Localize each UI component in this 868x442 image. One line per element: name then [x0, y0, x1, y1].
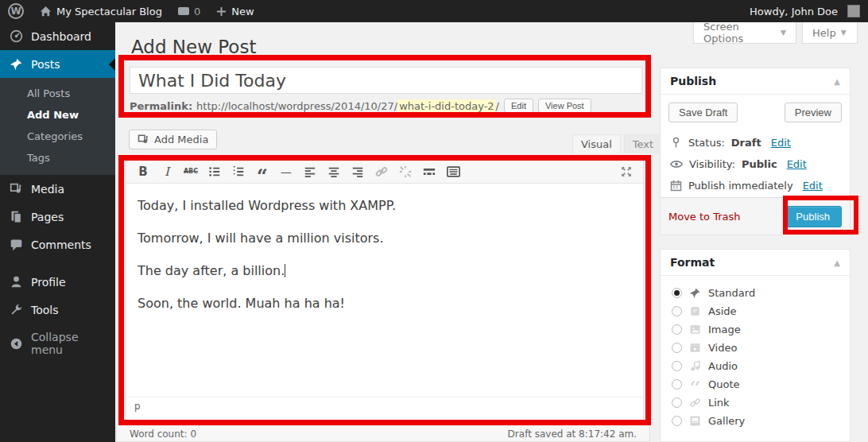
post-title-input[interactable] — [130, 67, 642, 94]
help-button[interactable]: Help ▼ — [802, 22, 858, 44]
format-box-header[interactable]: Format ▲ — [661, 250, 850, 276]
editor-content-area[interactable]: Today, I installed Wordpress with XAMPP.… — [126, 184, 643, 397]
view-post-button[interactable]: View Post — [538, 99, 591, 113]
user-account-menu[interactable]: Howdy, John Doe — [742, 0, 868, 22]
format-option-aside[interactable]: Aside — [668, 302, 842, 320]
format-option-gallery[interactable]: Gallery — [668, 412, 842, 430]
horizontal-rule-button[interactable]: — — [276, 162, 296, 181]
add-media-label: Add Media — [154, 134, 208, 145]
edit-schedule-link[interactable]: Edit — [803, 180, 823, 192]
edit-permalink-button[interactable]: Edit — [504, 99, 533, 113]
format-option-link[interactable]: Link — [668, 394, 842, 412]
schedule-row: Publish immediately Edit — [668, 175, 842, 196]
numbered-list-button[interactable] — [228, 162, 249, 181]
remove-link-button[interactable] — [395, 162, 416, 181]
visibility-row: Visibility: Public Edit — [668, 153, 842, 175]
content-paragraph: The day after, a billion. — [138, 262, 632, 281]
format-option-image[interactable]: Image — [668, 320, 842, 339]
link-icon — [689, 397, 701, 409]
active-menu-arrow — [109, 58, 115, 71]
video-icon — [689, 342, 701, 354]
publish-box-header[interactable]: Publish ▲ — [661, 68, 850, 95]
sidebar-item-media[interactable]: Media — [0, 175, 115, 203]
align-left-button[interactable] — [300, 162, 320, 181]
align-right-button[interactable] — [347, 162, 368, 181]
format-label: Video — [708, 342, 737, 354]
status-row: Status: Draft Edit — [668, 132, 842, 153]
editor-mode-tabs: Visual Text — [569, 134, 662, 153]
new-content-menu[interactable]: New — [208, 0, 262, 22]
sidebar-item-comments[interactable]: Comments — [0, 231, 115, 258]
sidebar-item-label: Dashboard — [31, 30, 91, 43]
submenu-all-posts[interactable]: All Posts — [0, 83, 115, 104]
posts-submenu: All Posts Add New Categories Tags — [0, 78, 115, 175]
sidebar-item-tools[interactable]: Tools — [0, 296, 115, 324]
wrench-icon — [10, 303, 23, 316]
strikethrough-button[interactable]: ABC — [180, 162, 201, 181]
site-name-link[interactable]: My Spectacular Blog — [32, 0, 170, 22]
radio-standard[interactable] — [672, 288, 682, 298]
collapse-toggle-icon[interactable]: ▲ — [834, 258, 840, 267]
format-option-standard[interactable]: Standard — [668, 284, 842, 302]
admin-bar: W My Spectacular Blog 0 New Howdy, John … — [0, 0, 868, 22]
format-option-quote[interactable]: Quote — [668, 375, 842, 394]
collapse-toggle-icon[interactable]: ▲ — [834, 77, 840, 86]
insert-link-button[interactable] — [371, 162, 392, 181]
bold-button[interactable]: B — [133, 162, 153, 181]
publish-button[interactable]: Publish — [784, 206, 842, 227]
screen-options-button[interactable]: Screen Options ▼ — [693, 22, 796, 44]
sidebar-item-pages[interactable]: Pages — [0, 203, 115, 231]
chevron-down-icon: ▼ — [841, 29, 847, 37]
chevron-down-icon: ▼ — [781, 29, 786, 37]
tab-visual[interactable]: Visual — [572, 134, 621, 153]
radio-quote[interactable] — [672, 379, 682, 390]
submenu-tags[interactable]: Tags — [0, 147, 115, 169]
sidebar-item-profile[interactable]: Profile — [0, 268, 115, 296]
format-box-title: Format — [670, 256, 715, 269]
bullet-list-button[interactable] — [204, 162, 225, 181]
blockquote-button[interactable]: “ — [252, 162, 273, 181]
new-label: New — [231, 6, 254, 17]
editor-element-path[interactable]: p — [126, 397, 643, 416]
edit-visibility-link[interactable]: Edit — [787, 158, 807, 170]
preview-button[interactable]: Preview — [785, 103, 842, 122]
radio-gallery[interactable] — [672, 416, 682, 426]
sidebar-item-dashboard[interactable]: Dashboard — [0, 22, 115, 50]
admin-sidebar: Dashboard Posts All Posts Add New Catego… — [0, 22, 115, 442]
eye-icon — [670, 159, 683, 169]
publish-metabox: Publish ▲ Save Draft Preview Status: Dra… — [660, 68, 851, 235]
distraction-free-button[interactable] — [616, 162, 637, 181]
format-option-video[interactable]: Video — [668, 339, 842, 357]
wordpress-logo-menu[interactable]: W — [0, 0, 32, 22]
radio-link[interactable] — [672, 397, 682, 408]
comments-admin-link[interactable]: 0 — [170, 0, 208, 22]
publish-actions-footer: Move to Trash Publish — [661, 197, 850, 235]
comments-icon — [10, 238, 23, 251]
read-more-tag-button[interactable] — [419, 162, 440, 181]
italic-button[interactable]: I — [157, 162, 177, 181]
radio-image[interactable] — [672, 324, 682, 335]
submenu-add-new[interactable]: Add New — [0, 104, 115, 126]
content-paragraph: Today, I installed Wordpress with XAMPP. — [138, 196, 632, 215]
radio-audio[interactable] — [672, 361, 682, 371]
add-media-button[interactable]: Add Media — [129, 130, 217, 149]
gallery-icon — [689, 415, 701, 427]
radio-video[interactable] — [672, 343, 682, 353]
save-draft-button[interactable]: Save Draft — [668, 103, 738, 122]
content-paragraph: Tomorrow, I will have a million visitors… — [138, 229, 632, 248]
submenu-categories[interactable]: Categories — [0, 126, 115, 147]
pages-icon — [10, 210, 23, 223]
toolbar-toggle-button[interactable] — [443, 162, 463, 181]
move-to-trash-link[interactable]: Move to Trash — [668, 211, 741, 223]
edit-status-link[interactable]: Edit — [771, 137, 791, 149]
editor-status-bar: Word count: 0 Draft saved at 8:17:42 am. — [116, 426, 650, 442]
sidebar-item-collapse-menu[interactable]: Collapse menu — [0, 324, 115, 363]
image-icon — [689, 324, 701, 335]
align-center-button[interactable] — [324, 162, 344, 181]
radio-aside[interactable] — [672, 306, 682, 316]
sidebar-item-posts[interactable]: Posts — [0, 50, 115, 78]
permalink-label: Permalink: — [130, 100, 192, 112]
tab-text[interactable]: Text — [624, 134, 662, 153]
screen-options-label: Screen Options — [703, 21, 776, 45]
format-option-audio[interactable]: Audio — [668, 357, 842, 375]
